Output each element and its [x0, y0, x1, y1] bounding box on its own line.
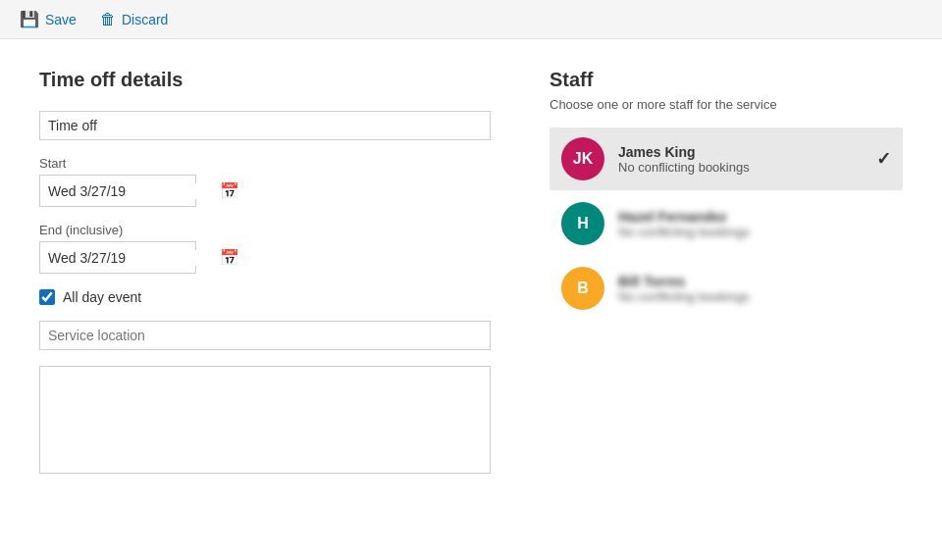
- avatar: B: [561, 267, 604, 310]
- end-label: End (inclusive): [39, 223, 491, 237]
- staff-status: No conflicting bookings: [618, 225, 891, 239]
- staff-item[interactable]: H Hazel Fernandez No conflicting booking…: [550, 192, 903, 255]
- left-panel: Time off details Start 📅 End (inclusive)…: [39, 69, 491, 492]
- staff-status: No conflicting bookings: [618, 289, 891, 304]
- start-date-group: Start 📅: [39, 156, 491, 207]
- staff-name: Hazel Fernandez: [618, 209, 891, 225]
- avatar: H: [561, 202, 604, 245]
- calendar-icon-start[interactable]: 📅: [220, 181, 239, 200]
- notes-group: [39, 366, 491, 477]
- staff-list: JK James King No conflicting bookings ✓ …: [550, 127, 903, 320]
- staff-subtitle: Choose one or more staff for the service: [550, 97, 903, 112]
- discard-label: Discard: [122, 12, 168, 27]
- calendar-icon-end[interactable]: 📅: [220, 248, 239, 267]
- section-title: Time off details: [39, 69, 491, 91]
- discard-button[interactable]: 🗑 Discard: [100, 11, 168, 28]
- all-day-group: All day event: [39, 289, 491, 305]
- start-date-input[interactable]: [48, 183, 220, 199]
- main-content: Time off details Start 📅 End (inclusive)…: [0, 39, 942, 522]
- save-button[interactable]: 💾 Save: [20, 10, 77, 28]
- notes-input[interactable]: [39, 366, 491, 474]
- service-location-input[interactable]: [39, 321, 491, 350]
- staff-info: Hazel Fernandez No conflicting bookings: [618, 209, 891, 239]
- staff-info: James King No conflicting bookings: [618, 144, 876, 175]
- staff-name: James King: [618, 144, 876, 160]
- title-group: [39, 111, 491, 140]
- service-location-group: [39, 321, 491, 350]
- right-panel: Staff Choose one or more staff for the s…: [550, 69, 903, 492]
- avatar: JK: [561, 137, 604, 180]
- staff-item[interactable]: B Bill Torres No conflicting bookings: [550, 257, 903, 320]
- staff-name: Bill Torres: [618, 274, 891, 289]
- staff-status: No conflicting bookings: [618, 160, 876, 175]
- all-day-label: All day event: [63, 289, 141, 305]
- checkmark-icon: ✓: [876, 148, 891, 170]
- toolbar: 💾 Save 🗑 Discard: [0, 0, 942, 39]
- end-date-input[interactable]: [48, 250, 220, 266]
- save-icon: 💾: [20, 10, 39, 28]
- staff-item[interactable]: JK James King No conflicting bookings ✓: [550, 127, 903, 190]
- save-label: Save: [45, 12, 77, 27]
- title-input[interactable]: [39, 111, 491, 140]
- staff-section-title: Staff: [550, 69, 903, 91]
- discard-icon: 🗑: [100, 11, 116, 28]
- all-day-checkbox[interactable]: [39, 289, 55, 305]
- end-date-field[interactable]: 📅: [39, 241, 196, 274]
- start-date-field[interactable]: 📅: [39, 175, 196, 207]
- staff-info: Bill Torres No conflicting bookings: [618, 274, 891, 304]
- end-date-group: End (inclusive) 📅: [39, 223, 491, 274]
- start-label: Start: [39, 156, 491, 171]
